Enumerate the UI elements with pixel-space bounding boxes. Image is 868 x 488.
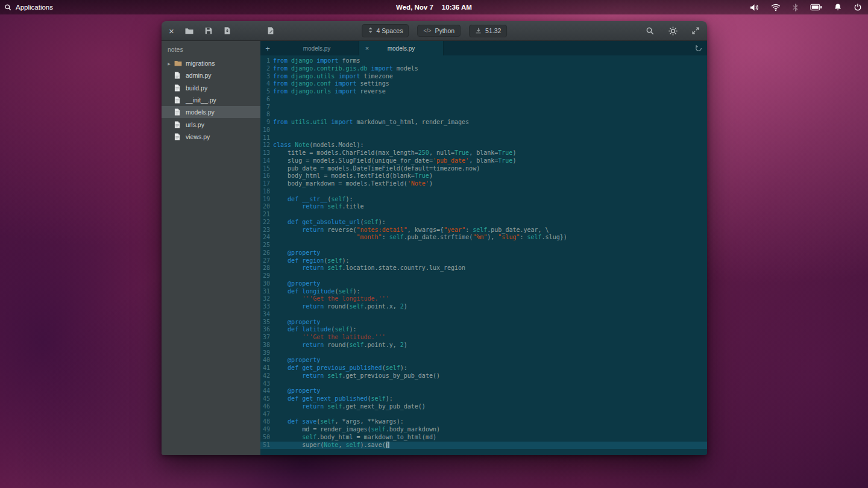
language-selector-button[interactable]: </> Python (417, 25, 461, 37)
code-line-22: 22 def get_absolute_url(self): (260, 219, 707, 227)
code-line-37: 37 '''Get the latitude.''' (260, 334, 707, 342)
goto-line-button[interactable]: 51.32 (469, 25, 507, 37)
app-search-icon (4, 4, 12, 11)
fullscreen-button[interactable] (691, 27, 700, 35)
code-line-12: 12class Note(models.Model): (260, 142, 707, 149)
history-button[interactable] (694, 41, 703, 55)
power-icon[interactable] (854, 3, 862, 11)
settings-gear-button[interactable] (668, 26, 678, 36)
code-line-50: 50 self.body_html = markdown_to_html(md) (260, 434, 707, 442)
code-line-17: 17 body_markdown = models.TextField('Not… (260, 180, 707, 188)
search-button[interactable] (646, 27, 655, 36)
editor-column: + models.py×models.py 1from django impor… (260, 41, 707, 455)
file-label: __init__.py (184, 96, 216, 104)
sidebar-item-urls-py[interactable]: urls.py (162, 118, 260, 130)
code-line-29: 29 (260, 272, 707, 280)
battery-icon[interactable] (810, 4, 822, 11)
code-line-16: 16 body_html = models.TextField(blank=Tr… (260, 172, 707, 180)
code-line-21: 21 (260, 211, 707, 219)
code-line-46: 46 return self.get_next_by_pub_date() (260, 403, 707, 411)
file-icon (174, 121, 182, 128)
open-folder-button[interactable] (184, 27, 194, 35)
code-line-10: 10 (260, 127, 707, 134)
code-line-48: 48 def save(self, *args, **kwargs): (260, 418, 707, 426)
window-headerbar: × 4 Spaces </> P (162, 21, 707, 41)
code-line-13: 13 title = models.CharField(max_length=2… (260, 149, 707, 157)
panel-time: 10:36 AM (442, 4, 472, 11)
window-close-button[interactable]: × (169, 27, 174, 36)
bluetooth-icon[interactable] (792, 3, 799, 12)
save-as-button[interactable] (223, 27, 231, 35)
file-sidebar: notes ▶migrationsadmin.pybuild.py__init_… (162, 41, 260, 455)
file-label: models.py (184, 108, 215, 116)
sidebar-item-build-py[interactable]: build.py (162, 82, 260, 94)
code-line-51: 51 super(Note, self).save() (260, 442, 707, 449)
code-line-31: 31 def longitude(self): (260, 288, 707, 296)
file-label: migrations (184, 60, 215, 67)
code-line-30: 30 @property (260, 280, 707, 288)
code-line-6: 6 (260, 96, 707, 104)
project-folder-name[interactable]: notes (162, 43, 260, 57)
notifications-icon[interactable] (834, 3, 842, 11)
tab-bar: + models.py×models.py (260, 41, 707, 55)
wifi-icon[interactable] (771, 3, 781, 11)
code-line-42: 42 return self.get_previous_by_pub_date(… (260, 372, 707, 380)
file-label: urls.py (184, 121, 204, 128)
code-line-2: 2from django.contrib.gis.db import model… (260, 65, 707, 73)
tab-models-py[interactable]: ×models.py (359, 41, 444, 55)
code-area[interactable]: 1from django import forms2from django.co… (260, 55, 707, 455)
code-line-33: 33 return round(self.point.x, 2) (260, 303, 707, 311)
file-label: admin.py (184, 72, 212, 79)
file-icon (174, 133, 182, 140)
code-line-43: 43 (260, 380, 707, 388)
sidebar-item-admin-py[interactable]: admin.py (162, 69, 260, 81)
code-line-28: 28 return self.location.state.country.lu… (260, 264, 707, 272)
file-icon (174, 96, 182, 104)
applications-label: Applications (16, 4, 53, 11)
code-line-45: 45 def get_next_published(self): (260, 395, 707, 403)
code-line-11: 11 (260, 134, 707, 142)
file-label: views.py (184, 133, 210, 140)
file-icon (174, 108, 182, 116)
code-line-44: 44 @property (260, 387, 707, 395)
code-line-36: 36 def latitude(self): (260, 326, 707, 334)
code-line-19: 19 def __str__(self): (260, 196, 707, 204)
code-line-27: 27 def region(self): (260, 257, 707, 265)
code-line-7: 7 (260, 104, 707, 111)
goto-line-icon (475, 27, 482, 35)
code-line-47: 47 (260, 411, 707, 419)
system-indicators (749, 3, 862, 12)
code-line-1: 1from django import forms (260, 57, 707, 65)
new-tab-button[interactable]: + (260, 41, 275, 55)
sidebar-item-init-py[interactable]: __init__.py (162, 94, 260, 106)
sidebar-file-list: ▶migrationsadmin.pybuild.py__init__.pymo… (162, 57, 260, 143)
code-line-26: 26 @property (260, 249, 707, 257)
sidebar-item-migrations[interactable]: ▶migrations (162, 57, 260, 69)
code-line-49: 49 md = render_images(self.body_markdown… (260, 426, 707, 434)
code-line-15: 15 pub_date = models.DateTimeField(defau… (260, 165, 707, 173)
code-line-4: 4from django.conf import settings (260, 80, 707, 88)
code-line-32: 32 '''Get the longitude.''' (260, 295, 707, 303)
indent-width-button[interactable]: 4 Spaces (362, 24, 409, 37)
templates-button[interactable] (266, 27, 275, 35)
code-line-9: 9from utils.util import markdown_to_html… (260, 119, 707, 127)
expander-icon[interactable]: ▶ (166, 61, 172, 66)
save-button[interactable] (204, 27, 213, 35)
volume-icon[interactable] (749, 3, 760, 12)
sidebar-item-models-py[interactable]: models.py (162, 106, 260, 118)
code-line-41: 41 def get_previous_published(self): (260, 364, 707, 372)
tab-models-py[interactable]: models.py (275, 41, 359, 55)
file-icon (174, 84, 182, 92)
code-line-39: 39 (260, 349, 707, 357)
code-line-35: 35 @property (260, 319, 707, 327)
tab-close-icon[interactable]: × (363, 45, 371, 52)
sidebar-item-views-py[interactable]: views.py (162, 131, 260, 143)
file-icon (174, 72, 182, 79)
code-line-38: 38 return round(self.point.y, 2) (260, 342, 707, 349)
code-brackets-icon: </> (423, 28, 431, 34)
code-line-20: 20 return self.title (260, 203, 707, 211)
top-panel: Applications Wed, Nov 7 10:36 AM (0, 0, 868, 14)
applications-menu[interactable]: Applications (4, 4, 53, 11)
datetime-indicator[interactable]: Wed, Nov 7 10:36 AM (396, 4, 472, 11)
code-line-3: 3from django.utils import timezone (260, 73, 707, 81)
